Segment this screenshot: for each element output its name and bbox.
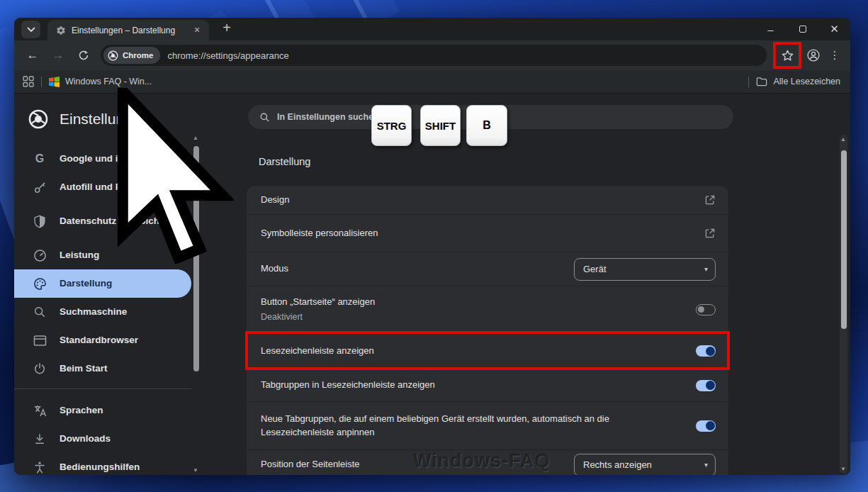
settings-header: Einstellungen (14, 104, 191, 135)
tab-search-button[interactable] (21, 21, 40, 38)
minimize-button[interactable]: – (755, 18, 787, 40)
side-panel-dropdown[interactable]: Rechts anzeigen ▾ (574, 454, 716, 476)
row-show-bookmarks-bar: Lesezeichenleiste anzeigen (247, 333, 728, 369)
all-bookmarks-label: Alle Lesezeichen (773, 77, 840, 86)
sidebar-item-default-browser[interactable]: Standardbrowser (14, 326, 191, 354)
maximize-button[interactable] (787, 18, 818, 40)
sidebar-item-search-engine[interactable]: Suchmaschine (14, 298, 191, 326)
scroll-down-icon[interactable]: ▼ (840, 466, 846, 472)
sidebar-item-on-startup[interactable]: Beim Start (14, 354, 191, 383)
folder-icon (756, 77, 767, 86)
bookmarks-bar-toggle-label: Lesezeichenleiste anzeigen (261, 345, 696, 358)
sidebar-item-appearance[interactable]: Darstellung (14, 269, 191, 298)
bookmark-label: Windows FAQ - Win... (65, 77, 152, 86)
tab-title: Einstellungen – Darstellung (72, 26, 191, 35)
page-title: Einstellungen (60, 111, 149, 128)
appearance-card: Design Symbolleiste personalisieren (247, 186, 728, 475)
row-design[interactable]: Design (247, 186, 728, 215)
profile-icon (806, 48, 821, 62)
toggle-knob (706, 421, 715, 430)
bookmarks-separator (41, 77, 42, 87)
row-auto-pin-tab-groups: Neue Tabgruppen, die auf einem beliebige… (247, 402, 728, 450)
address-bar[interactable]: Chrome chrome://settings/appearance (101, 45, 767, 66)
external-link-icon (704, 228, 716, 239)
toggle-knob (698, 306, 704, 313)
row-mode: Modus Gerät ▾ (247, 252, 728, 286)
mode-dropdown-value: Gerät (583, 264, 607, 274)
scroll-up-icon[interactable]: ▲ (193, 135, 198, 141)
settings-nav: G Google und ich Autofill und Passwörter (14, 145, 191, 475)
close-button[interactable]: ✕ (818, 18, 850, 40)
keycap-b: B (466, 105, 507, 146)
sidebar-item-downloads[interactable]: Downloads (14, 425, 191, 453)
settings-main: In Einstellungen suchen STRG SHIFT B Dar… (191, 94, 850, 475)
windows-logo-favicon (49, 77, 60, 87)
tab-strip: Einstellungen – Darstellung × + – ✕ (14, 18, 850, 40)
maximize-icon (799, 26, 806, 33)
browser-window-icon (33, 333, 47, 347)
all-bookmarks-button[interactable]: Alle Lesezeichen (756, 77, 840, 86)
translate-icon (33, 403, 47, 418)
external-link-icon (704, 194, 716, 206)
keycap-strg: STRG (371, 105, 412, 146)
sidebar-item-autofill[interactable]: Autofill und Passwörter (14, 173, 191, 201)
bookmark-star-icon[interactable] (781, 49, 794, 62)
sidebar-item-privacy[interactable]: Datenschutz und Sicherheit (14, 201, 191, 241)
url-text: chrome://settings/appearance (167, 50, 288, 61)
bookmarks-bar-toggle-on[interactable] (696, 345, 716, 357)
settings-page: Einstellungen G Google und ich Autofill … (14, 94, 850, 475)
sidebar-item-performance[interactable]: Leistung (14, 241, 191, 269)
back-button[interactable]: ← (22, 45, 43, 66)
row-tab-groups: Tabgruppen in Lesezeichenleiste anzeigen (247, 369, 728, 402)
dropdown-caret-icon: ▾ (704, 265, 708, 273)
home-button-toggle-off[interactable] (696, 304, 716, 315)
speedometer-icon (33, 248, 47, 262)
bookmark-star-wrap (777, 45, 798, 66)
mode-dropdown[interactable]: Gerät ▾ (574, 258, 716, 281)
scroll-down-icon[interactable]: ▼ (193, 467, 198, 474)
window-controls: – ✕ (755, 18, 850, 40)
sidebar-scrollbar[interactable]: ▲ ▼ (193, 135, 199, 474)
reload-icon (78, 50, 89, 61)
search-icon (259, 112, 270, 123)
dropdown-caret-icon: ▾ (704, 461, 708, 469)
section-title: Darstellung (259, 156, 310, 167)
settings-sidebar: Einstellungen G Google und ich Autofill … (14, 94, 191, 475)
keycap-shift: SHIFT (420, 105, 461, 146)
tab-groups-toggle-on[interactable] (696, 380, 716, 391)
toggle-knob (706, 381, 715, 390)
chrome-badge-label: Chrome (123, 51, 153, 60)
new-tab-button[interactable]: + (218, 19, 236, 38)
sidebar-scrollbar-thumb[interactable] (193, 146, 199, 371)
chrome-logo-icon (108, 50, 118, 61)
reload-button[interactable] (73, 45, 94, 66)
bookmarks-bar: Windows FAQ - Win... Alle Lesezeichen (14, 70, 850, 94)
google-g-icon: G (33, 152, 47, 166)
search-placeholder: In Einstellungen suchen (277, 112, 379, 122)
chrome-site-badge[interactable]: Chrome (103, 47, 160, 64)
sidebar-item-languages[interactable]: Sprachen (14, 396, 191, 425)
menu-kebab-button[interactable]: ⋮ (826, 49, 843, 62)
auto-pin-toggle-on[interactable] (696, 420, 716, 432)
row-home-button: Button „Startseite“ anzeigen Deaktiviert (247, 286, 728, 333)
home-button-label: Button „Startseite“ anzeigen (261, 296, 375, 307)
chrome-logo-icon (28, 109, 48, 129)
page-scrollbar[interactable]: ▲ ▼ (840, 135, 847, 474)
sidebar-divider (14, 388, 191, 389)
page-scrollbar-thumb[interactable] (841, 150, 847, 329)
sidebar-item-accessibility[interactable]: Bedienungshilfen (14, 453, 191, 475)
apps-grid-icon[interactable] (23, 76, 34, 87)
row-side-panel-position: Position der Seitenleiste Rechts anzeige… (247, 450, 728, 475)
key-icon (33, 180, 47, 194)
profile-button[interactable] (803, 45, 824, 66)
browser-tab-active[interactable]: Einstellungen – Darstellung × (47, 20, 209, 40)
forward-button[interactable]: → (47, 45, 69, 66)
row-customize-toolbar[interactable]: Symbolleiste personalisieren (247, 215, 728, 252)
tab-close-icon[interactable]: × (191, 24, 203, 37)
scroll-up-icon[interactable]: ▲ (840, 136, 846, 142)
bookmark-item[interactable]: Windows FAQ - Win... (49, 77, 152, 87)
magnifier-icon (33, 305, 47, 319)
sidebar-item-google[interactable]: G Google und ich (14, 145, 191, 173)
palette-icon (33, 276, 47, 291)
browser-toolbar: ← → Chrome (14, 40, 850, 70)
